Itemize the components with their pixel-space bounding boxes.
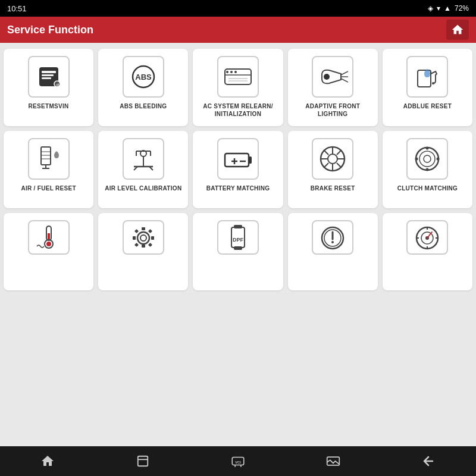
svg-rect-69	[134, 243, 139, 247]
card-label-abs: ABS BLEEDING	[120, 102, 167, 110]
svg-point-13	[230, 71, 233, 73]
service-grid: ↺ RESETMSVIN ABS ABS BLEEDING	[4, 49, 472, 290]
svg-text:↺: ↺	[55, 83, 58, 87]
svg-rect-2	[42, 74, 54, 76]
svg-point-20	[432, 82, 434, 84]
svg-rect-8	[225, 69, 251, 84]
svg-line-48	[337, 150, 342, 155]
card-label-adaptive: ADAPTIVE FRONT LIGHTING	[292, 102, 374, 118]
svg-line-47	[337, 163, 342, 168]
svg-point-14	[234, 71, 237, 73]
svg-point-62	[140, 235, 146, 241]
nav-home-button[interactable]	[33, 449, 62, 473]
svg-rect-63	[142, 227, 145, 230]
svg-point-41	[328, 154, 337, 164]
card-dpf[interactable]	[98, 213, 188, 290]
card-clutch[interactable]: CLUTCH MATCHING	[383, 131, 472, 208]
svg-point-51	[419, 151, 435, 167]
svg-rect-67	[134, 229, 139, 233]
card-label-airfuel: AIR / FUEL RESET	[21, 184, 76, 192]
location-icon: ◈	[428, 4, 433, 12]
card-coolant[interactable]	[4, 213, 93, 290]
svg-rect-65	[133, 236, 136, 240]
svg-rect-21	[41, 147, 51, 165]
card-injector[interactable]	[383, 213, 472, 290]
svg-line-15	[341, 71, 348, 75]
card-label-airlevel: AIR LEVEL CALIBRATION	[105, 184, 181, 192]
svg-rect-35	[225, 154, 249, 167]
card-label-adblue: ADBLUE RESET	[403, 102, 452, 110]
svg-point-61	[137, 232, 149, 244]
status-time: 10:51	[7, 4, 27, 13]
page-title: Service Function	[7, 24, 93, 36]
time-display: 10:51	[7, 4, 27, 13]
svg-text:DPF: DPF	[233, 237, 244, 243]
svg-point-60	[46, 242, 51, 246]
wifi-icon: ▾	[437, 4, 440, 12]
svg-rect-87	[138, 456, 148, 466]
svg-rect-73	[234, 225, 242, 228]
card-ac-system[interactable]: AC SYSTEM RELEARN/ INITIALIZATION	[193, 49, 283, 126]
card-battery[interactable]: BATTERY MATCHING	[193, 131, 283, 208]
card-label-ac: AC SYSTEM RELEARN/ INITIALIZATION	[196, 102, 279, 118]
status-bar: 10:51 ◈ ▾ ▲ 72%	[0, 0, 476, 17]
main-content: ↺ RESETMSVIN ABS ABS BLEEDING	[0, 43, 476, 446]
card-air-level[interactable]: AIR LEVEL CALIBRATION	[98, 131, 188, 208]
card-label-brake: BRAKE RESET	[311, 184, 355, 192]
signal-icon: ▲	[444, 4, 451, 12]
svg-point-54	[426, 168, 429, 171]
card-resetmsvin[interactable]: ↺ RESETMSVIN	[4, 49, 93, 126]
card-label-clutch: CLUTCH MATCHING	[397, 184, 458, 192]
battery-display: 72%	[455, 4, 469, 12]
card-dpf2[interactable]: DPF	[193, 213, 283, 290]
app-header: Service Function	[0, 17, 476, 43]
svg-point-52	[424, 155, 431, 162]
svg-rect-64	[142, 245, 145, 248]
card-air-fuel[interactable]: AIR / FUEL RESET	[4, 131, 93, 208]
card-epb[interactable]	[288, 213, 378, 290]
svg-line-49	[324, 163, 328, 168]
home-icon	[451, 23, 464, 36]
card-label-resetmsvin: RESETMSVIN	[29, 102, 69, 110]
svg-point-18	[324, 74, 330, 80]
svg-rect-1	[42, 71, 56, 73]
svg-rect-58	[48, 233, 50, 239]
home-header-button[interactable]	[446, 20, 469, 40]
svg-text:ABS: ABS	[135, 73, 152, 82]
card-adaptive-front[interactable]: ADAPTIVE FRONT LIGHTING	[288, 49, 378, 126]
svg-text:VCI: VCI	[235, 461, 241, 464]
svg-rect-74	[234, 246, 242, 250]
bottom-nav: VCI	[0, 446, 476, 476]
svg-rect-36	[249, 156, 252, 164]
nav-back-button[interactable]	[414, 449, 443, 473]
svg-point-53	[426, 147, 429, 150]
status-icons: ◈ ▾ ▲ 72%	[428, 4, 469, 12]
svg-point-55	[415, 158, 418, 161]
card-label-battery: BATTERY MATCHING	[206, 184, 270, 192]
svg-point-12	[226, 71, 228, 73]
svg-rect-3	[42, 77, 51, 79]
card-abs-bleeding[interactable]: ABS ABS BLEEDING	[98, 49, 188, 126]
svg-line-46	[324, 150, 328, 155]
nav-screenshot-button[interactable]	[318, 449, 348, 473]
svg-point-78	[331, 241, 334, 243]
nav-recent-button[interactable]	[128, 449, 158, 473]
svg-point-56	[437, 158, 440, 161]
svg-rect-66	[151, 236, 154, 240]
svg-rect-70	[148, 243, 152, 247]
svg-line-17	[341, 79, 348, 82]
card-adblue[interactable]: ADBLUE RESET	[383, 49, 472, 126]
svg-rect-68	[148, 229, 152, 233]
nav-vci-button[interactable]: VCI	[223, 449, 253, 473]
card-brake[interactable]: BRAKE RESET	[288, 131, 378, 208]
